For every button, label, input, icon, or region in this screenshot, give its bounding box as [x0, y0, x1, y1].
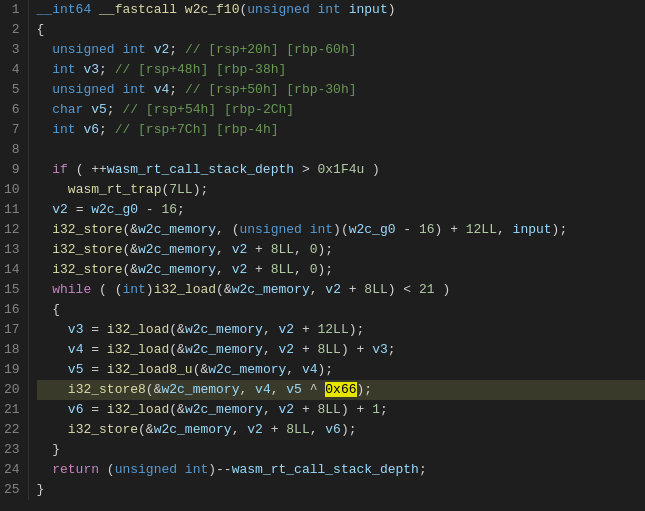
code-line-3: unsigned int v2; // [rsp+20h] [rbp-60h] — [37, 40, 645, 60]
ln-19: 19 — [4, 360, 20, 380]
ln-15: 15 — [4, 280, 20, 300]
code-line-1: __int64 __fastcall w2c_f10(unsigned int … — [37, 0, 645, 20]
ln-5: 5 — [4, 80, 20, 100]
ln-21: 21 — [4, 400, 20, 420]
ln-8: 8 — [4, 140, 20, 160]
code-line-20: i32_store8(&w2c_memory, v4, v5 ^ 0x66); — [37, 380, 645, 400]
code-line-10: wasm_rt_trap(7LL); — [37, 180, 645, 200]
code-line-18: v4 = i32_load(&w2c_memory, v2 + 8LL) + v… — [37, 340, 645, 360]
ln-24: 24 — [4, 460, 20, 480]
line-numbers: 1 2 3 4 5 6 7 8 9 10 11 12 13 14 15 16 1… — [0, 0, 29, 500]
ln-23: 23 — [4, 440, 20, 460]
code-line-9: if ( ++wasm_rt_call_stack_depth > 0x1F4u… — [37, 160, 645, 180]
ln-25: 25 — [4, 480, 20, 500]
code-line-8 — [37, 140, 645, 160]
ln-20: 20 — [4, 380, 20, 400]
ln-9: 9 — [4, 160, 20, 180]
code-line-15: while ( (int)i32_load(&w2c_memory, v2 + … — [37, 280, 645, 300]
code-line-16: { — [37, 300, 645, 320]
ln-6: 6 — [4, 100, 20, 120]
code-line-14: i32_store(&w2c_memory, v2 + 8LL, 0); — [37, 260, 645, 280]
code-line-19: v5 = i32_load8_u(&w2c_memory, v4); — [37, 360, 645, 380]
code-line-12: i32_store(&w2c_memory, (unsigned int)(w2… — [37, 220, 645, 240]
ln-12: 12 — [4, 220, 20, 240]
code-line-21: v6 = i32_load(&w2c_memory, v2 + 8LL) + 1… — [37, 400, 645, 420]
ln-10: 10 — [4, 180, 20, 200]
code-line-4: int v3; // [rsp+48h] [rbp-38h] — [37, 60, 645, 80]
ln-3: 3 — [4, 40, 20, 60]
code-line-22: i32_store(&w2c_memory, v2 + 8LL, v6); — [37, 420, 645, 440]
code-line-24: return (unsigned int)--wasm_rt_call_stac… — [37, 460, 645, 480]
code-container: 1 2 3 4 5 6 7 8 9 10 11 12 13 14 15 16 1… — [0, 0, 645, 500]
ln-22: 22 — [4, 420, 20, 440]
ln-16: 16 — [4, 300, 20, 320]
code-line-13: i32_store(&w2c_memory, v2 + 8LL, 0); — [37, 240, 645, 260]
code-line-6: char v5; // [rsp+54h] [rbp-2Ch] — [37, 100, 645, 120]
code-line-11: v2 = w2c_g0 - 16; — [37, 200, 645, 220]
ln-1: 1 — [4, 0, 20, 20]
ln-18: 18 — [4, 340, 20, 360]
code-line-5: unsigned int v4; // [rsp+50h] [rbp-30h] — [37, 80, 645, 100]
ln-7: 7 — [4, 120, 20, 140]
ln-2: 2 — [4, 20, 20, 40]
ln-14: 14 — [4, 260, 20, 280]
code-line-25: } — [37, 480, 645, 500]
ln-4: 4 — [4, 60, 20, 80]
code-line-2: { — [37, 20, 645, 40]
code-line-23: } — [37, 440, 645, 460]
code-line-7: int v6; // [rsp+7Ch] [rbp-4h] — [37, 120, 645, 140]
ln-11: 11 — [4, 200, 20, 220]
code-body[interactable]: __int64 __fastcall w2c_f10(unsigned int … — [29, 0, 645, 500]
ln-13: 13 — [4, 240, 20, 260]
code-line-17: v3 = i32_load(&w2c_memory, v2 + 12LL); — [37, 320, 645, 340]
ln-17: 17 — [4, 320, 20, 340]
